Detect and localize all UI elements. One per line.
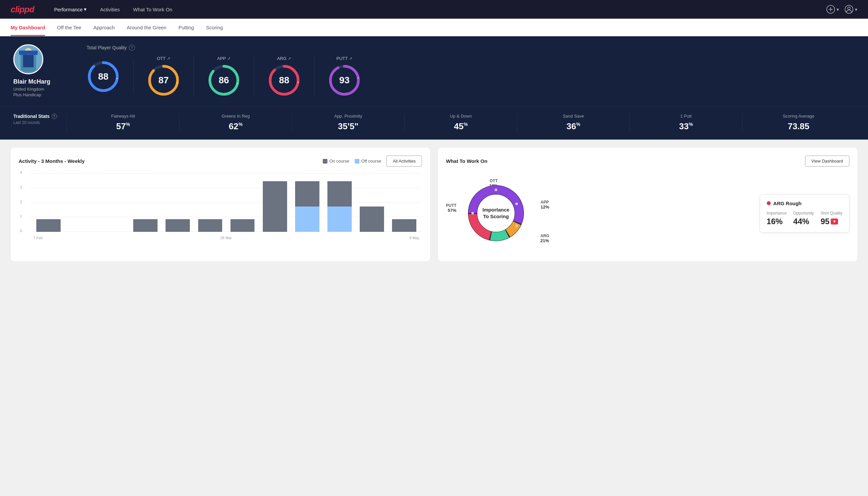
- svg-point-4: [848, 7, 850, 10]
- stat-sand-save: Sand Save 36%: [517, 113, 630, 131]
- bar-group-5: [195, 219, 225, 232]
- tab-approach[interactable]: Approach: [93, 19, 114, 36]
- traditional-stats-bar: Traditional Stats ? Last 20 rounds Fairw…: [0, 107, 868, 140]
- stat-scoring-average: Scoring Average 73.85: [742, 113, 855, 131]
- svg-rect-10: [19, 51, 38, 55]
- gauge-putt: PUTT ↗ 93: [314, 56, 374, 97]
- app-label: APP 12%: [541, 200, 549, 210]
- user-menu-button[interactable]: ▾: [845, 5, 857, 14]
- gauge-main-value: 88: [98, 71, 108, 82]
- metric-importance: Importance 16%: [767, 211, 787, 226]
- bar-group-0: [33, 219, 64, 232]
- bar-on-8: [295, 181, 319, 206]
- arg-trend-icon: ↗: [288, 56, 291, 61]
- what-to-work-on-card: What To Work On View Dashboard OTT 10% A…: [438, 148, 857, 261]
- bar-stack-7: [260, 181, 290, 232]
- putt-label: PUTT 57%: [446, 203, 456, 213]
- activity-card-header: Activity - 3 Months - Weekly On course O…: [19, 156, 422, 167]
- all-activities-button[interactable]: All Activities: [386, 156, 422, 167]
- metric-opportunity: Opportunity 44%: [793, 211, 814, 226]
- add-button[interactable]: ▾: [826, 5, 839, 14]
- x-label-may: 9 May: [409, 236, 419, 240]
- total-quality-section: Total Player Quality ? 88 OTT ↗: [86, 45, 855, 97]
- app-logo[interactable]: clippd: [11, 4, 34, 15]
- bar-on-9: [327, 181, 352, 206]
- tab-putting[interactable]: Putting: [178, 19, 194, 36]
- donut-svg-wrap: Importance To Scoring: [463, 180, 529, 248]
- stats-title: Traditional Stats ?: [13, 113, 67, 119]
- total-quality-label: Total Player Quality ?: [86, 45, 855, 51]
- x-label-mar: 28 Mar: [220, 236, 232, 240]
- legend-off-course-dot: [355, 159, 359, 164]
- gauge-main-circle: 88: [86, 60, 120, 93]
- gauge-putt-value: 93: [339, 75, 349, 86]
- red-dot-indicator: [767, 201, 771, 205]
- bar-group-6: [227, 219, 257, 232]
- help-icon[interactable]: ?: [129, 45, 135, 51]
- legend-on-course-dot: [323, 159, 327, 164]
- gauge-app: APP ↗ 86: [194, 56, 254, 97]
- player-info: Blair McHarg United Kingdom Plus Handica…: [13, 44, 73, 97]
- bar-on-4: [165, 219, 190, 232]
- gauge-app-label: APP ↗: [217, 56, 231, 61]
- bar-group-9: [325, 181, 355, 232]
- wtwo-header: What To Work On View Dashboard: [446, 156, 849, 167]
- tab-around-the-green[interactable]: Around the Green: [127, 19, 166, 36]
- gauge-main: 88: [86, 60, 133, 93]
- gauge-app-value: 86: [219, 75, 229, 86]
- arg-label: ARG 21%: [540, 233, 549, 243]
- tab-off-the-tee[interactable]: Off the Tee: [57, 19, 81, 36]
- bar-group-3: [130, 219, 160, 232]
- stat-greens-in-reg: Greens In Reg 62%: [179, 113, 292, 131]
- svg-point-35: [515, 224, 518, 227]
- bar-on-7: [263, 181, 287, 232]
- nav-activities[interactable]: Activities: [100, 7, 120, 12]
- bars-area: [31, 173, 422, 232]
- activity-chart-title: Activity - 3 Months - Weekly: [19, 158, 84, 164]
- gauge-arg: ARG ↗ 88: [254, 56, 314, 97]
- chart-legend: On course Off course: [323, 158, 381, 164]
- stat-1-putt: 1 Putt 33%: [630, 113, 742, 131]
- bar-on-3: [133, 219, 158, 232]
- bar-off-8: [295, 206, 319, 232]
- stat-fairways-hit: Fairways Hit 57%: [67, 113, 179, 131]
- stats-help-icon[interactable]: ?: [52, 113, 57, 119]
- gauge-putt-circle: 93: [328, 64, 361, 97]
- app-trend-icon: ↗: [227, 56, 231, 61]
- putt-trend-icon: ↗: [349, 56, 352, 61]
- activity-header-right: On course Off course All Activities: [323, 156, 422, 167]
- bar-stack-0: [33, 219, 64, 232]
- svg-point-33: [495, 188, 497, 191]
- bar-on-6: [231, 219, 255, 232]
- bar-on-10: [360, 206, 384, 232]
- tab-bar: My Dashboard Off the Tee Approach Around…: [0, 19, 868, 36]
- nav-what-to-work-on[interactable]: What To Work On: [133, 7, 173, 12]
- ott-trend-icon: ↗: [167, 56, 170, 61]
- activity-card: Activity - 3 Months - Weekly On course O…: [11, 148, 430, 261]
- bar-group-8: [292, 181, 322, 232]
- bar-stack-9: [325, 181, 355, 232]
- bar-stack-5: [195, 219, 225, 232]
- tab-my-dashboard[interactable]: My Dashboard: [11, 19, 45, 36]
- hero-section: Blair McHarg United Kingdom Plus Handica…: [0, 36, 868, 107]
- stat-app-proximity: App. Proximity 35'5": [292, 113, 404, 131]
- nav-performance[interactable]: Performance ▾: [54, 6, 87, 12]
- bar-group-10: [357, 206, 387, 232]
- stat-up-and-down: Up & Down 45%: [404, 113, 517, 131]
- svg-text:Importance: Importance: [483, 207, 510, 213]
- tab-scoring[interactable]: Scoring: [206, 19, 223, 36]
- gauge-arg-circle: 88: [267, 64, 301, 97]
- svg-text:To Scoring: To Scoring: [483, 214, 509, 219]
- bar-on-0: [36, 219, 61, 232]
- donut-chart-area: OTT 10% APP 12% ARG 21% PUTT 57%: [446, 173, 553, 253]
- info-card-title: ARG Rough: [767, 201, 842, 206]
- view-dashboard-button[interactable]: View Dashboard: [805, 156, 849, 167]
- bar-stack-10: [357, 206, 387, 232]
- bar-on-11: [392, 219, 416, 232]
- gauge-ott: OTT ↗ 87: [133, 56, 194, 97]
- bar-stack-6: [227, 219, 257, 232]
- stats-period: Last 20 rounds: [13, 120, 67, 125]
- bar-group-7: [260, 181, 290, 232]
- player-name: Blair McHarg: [13, 78, 50, 85]
- bar-on-5: [198, 219, 222, 232]
